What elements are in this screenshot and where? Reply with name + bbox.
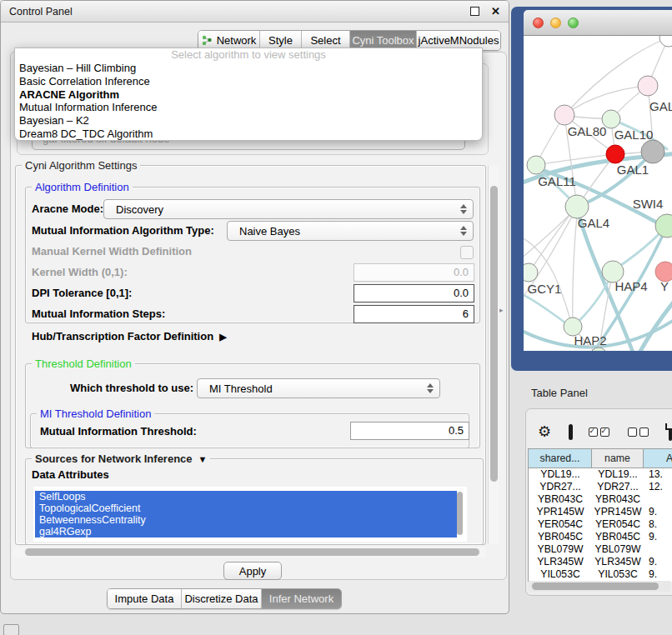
gear-icon[interactable]: ⚙ [538,424,551,439]
new-table-icon[interactable] [669,423,672,441]
column-header[interactable]: name [592,449,644,468]
attributes-list-scrollbar[interactable] [455,488,464,540]
table-cell: YER054C [592,518,644,531]
node-label: HAP4 [614,279,647,293]
table-cell: 9. [644,531,672,543]
network-node[interactable] [641,140,664,163]
table-horizontal-scrollbar[interactable] [529,581,670,592]
dropdown-item[interactable]: Dream8 DC_TDC Algorithm [15,128,482,141]
algorithm-dropdown[interactable]: Select algorithm to view settings Bayesi… [14,48,483,141]
table-cell: YIL053C [529,568,592,579]
table-cell: YBL079W [529,543,592,556]
dropdown-item[interactable]: Mutual Information Inference [15,101,482,114]
scrollbar-thumb[interactable] [457,492,463,535]
network-window-titlebar[interactable] [524,10,672,36]
data-attributes-label: Data Attributes [32,468,109,481]
table-row[interactable]: YBR043CYBR043C [529,493,672,506]
table-row[interactable]: YBR045CYBR045C9. [529,531,672,543]
scrollbar-thumb[interactable] [532,582,659,590]
window-close-icon[interactable] [533,18,544,28]
table-header-row: shared...nameA [529,449,672,468]
tab-discretize-data[interactable]: Discretize Data [182,589,262,608]
dpi-tolerance-input[interactable]: 0.0 [354,284,474,302]
table-row[interactable]: YER054CYER054C8. [529,518,672,531]
tab-label: Cyni Toolbox [352,34,414,47]
manual-kernel-checkbox[interactable] [460,246,474,259]
table-cell: 9. [644,568,672,579]
algorithm-definition-title: Algorithm Definition [32,181,133,193]
network-canvas[interactable]: GALGAL80GAL10GAL1GAL11SWI4GAL4GCY1HAP4YH… [524,36,672,351]
mi-steps-label: Mutual Information Steps: [32,308,165,320]
dropdown-item[interactable]: Bayesian – K2 [15,114,482,128]
panel-divider-arrow[interactable]: ▸ [499,306,504,314]
settings-vertical-scrollbar[interactable] [488,166,499,544]
unchecked-box-icon [628,428,637,437]
tab-impute-data[interactable]: Impute Data [108,589,182,608]
data-attributes-list[interactable]: SelfLoopsTopologicalCoefficientBetweenne… [33,487,467,542]
table-cell: YBR043C [529,493,592,506]
network-node[interactable] [524,263,538,282]
table-row[interactable]: YDL19...YDL19...13. [529,468,672,481]
close-icon[interactable]: ✕ [491,6,500,17]
network-node[interactable] [527,156,545,174]
network-node[interactable] [638,76,658,96]
table-cell: YER054C [529,518,592,531]
column-header[interactable]: A [644,449,672,468]
aracne-mode-combo[interactable]: Discovery [103,199,474,219]
window-zoom-icon[interactable] [568,18,579,28]
control-panel-title: Control Panel [9,6,73,18]
which-threshold-combo[interactable]: MI Threshold [197,378,440,398]
column-header[interactable]: shared... [529,449,592,468]
node-label: Y [660,279,669,293]
dropdown-item[interactable]: Bayesian – Hill Climbing [15,62,482,75]
network-edge[interactable] [639,286,672,351]
hub-definition-label: Hub/Transcription Factor Definition [32,330,213,342]
tab-label: Infer Network [269,592,333,605]
dropdown-item[interactable]: Basic Correlation Inference [15,75,482,88]
select-all-columns-icon[interactable] [589,428,612,437]
threshold-definition-title: Threshold Definition [32,358,135,370]
scrollbar-thumb[interactable] [25,548,479,556]
attribute-list-item[interactable]: TopologicalCoefficient [35,502,457,514]
unselect-all-columns-icon[interactable] [628,428,651,437]
settings-horizontal-scrollbar[interactable] [13,548,486,558]
window-minimize-icon[interactable] [550,18,561,28]
mi-steps-input[interactable]: 6 [354,305,474,323]
table-row[interactable]: YIL053CYIL053C9. [529,568,672,579]
dropdown-item[interactable]: ARACNE Algorithm [15,88,482,102]
table-row[interactable]: YLR345WYLR345W9. [529,556,672,568]
network-edge[interactable] [529,208,576,272]
expanded-arrow-icon: ▼ [198,454,208,464]
stepper-icon [459,204,466,214]
network-node[interactable] [565,195,589,218]
manual-kernel-label: Manual Kernel Width Definition [32,245,192,258]
apply-button[interactable]: Apply [223,562,282,580]
tab-infer-network[interactable]: Infer Network [262,589,341,608]
hub-definition-toggle[interactable]: Hub/Transcription Factor Definition▶ [32,330,227,342]
node-label: HAP2 [574,333,606,348]
kernel-width-input[interactable]: 0.0 [354,263,474,282]
tab-label: Select [310,34,340,47]
network-node[interactable] [659,36,672,47]
table-row[interactable]: YPR145WYPR145W9. [529,506,672,518]
table-row[interactable]: YDR27...YDR27...12. [529,481,672,493]
table-rows: YDL19...YDL19...13.YDR27...YDR27...12.YB… [529,468,672,579]
mi-threshold-input[interactable]: 0.5 [350,422,469,440]
mi-type-combo[interactable]: Naive Bayes [227,221,474,241]
table-cell: YBR045C [592,531,644,543]
unchecked-box-icon [639,428,649,437]
minimized-panel-icon[interactable] [3,624,19,635]
attribute-list-item[interactable]: gal4RGexp [35,526,457,538]
column-browser-icon[interactable] [569,424,572,440]
table-row[interactable]: YBL079WYBL079W [529,543,672,556]
network-node[interactable] [554,105,574,125]
float-panel-icon[interactable] [470,7,479,16]
network-edge[interactable] [564,86,648,115]
network-node[interactable] [606,145,624,163]
attribute-list-item[interactable]: SelfLoops [35,491,457,502]
scrollbar-thumb[interactable] [490,186,498,482]
attribute-list-item[interactable]: BetweennessCentrality [35,514,457,526]
control-panel-titlebar: Control Panel ✕ [1,1,509,22]
sources-toggle[interactable]: Sources for Network Inference▼ [32,452,210,465]
table-cell: YDR27... [529,481,592,493]
